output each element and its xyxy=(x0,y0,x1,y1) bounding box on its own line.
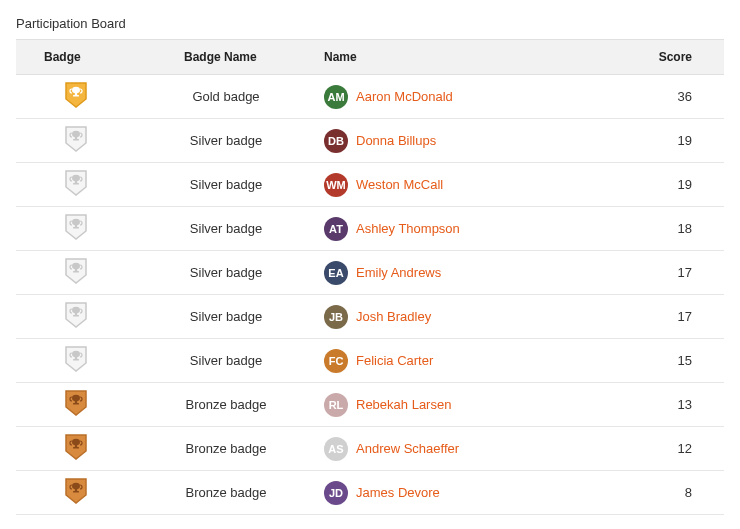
avatar: AM xyxy=(324,85,348,109)
avatar: DB xyxy=(324,129,348,153)
score-cell: 18 xyxy=(604,207,724,251)
badge-name-cell: Silver badge xyxy=(136,163,316,207)
silver-badge-icon xyxy=(64,257,88,288)
table-row: Silver badgeJBJosh Bradley17 xyxy=(16,295,724,339)
name-cell: AMAaron McDonald xyxy=(316,75,604,119)
badge-name-cell: Silver badge xyxy=(136,339,316,383)
badge-cell xyxy=(16,471,136,515)
col-header-badge: Badge xyxy=(16,40,136,75)
participation-table: Badge Badge Name Name Score Gold badgeAM… xyxy=(16,39,724,515)
participant-link[interactable]: Felicia Carter xyxy=(356,353,433,368)
table-row: Gold badgeAMAaron McDonald36 xyxy=(16,75,724,119)
badge-cell xyxy=(16,383,136,427)
participant-link[interactable]: Ashley Thompson xyxy=(356,221,460,236)
gold-badge-icon xyxy=(64,81,88,112)
score-cell: 17 xyxy=(604,295,724,339)
name-cell: JBJosh Bradley xyxy=(316,295,604,339)
participant-link[interactable]: Emily Andrews xyxy=(356,265,441,280)
badge-cell xyxy=(16,251,136,295)
svg-rect-17 xyxy=(73,315,79,317)
badge-name-cell: Bronze badge xyxy=(136,471,316,515)
svg-rect-25 xyxy=(75,444,77,447)
table-row: Bronze badgeASAndrew Schaeffer12 xyxy=(16,427,724,471)
avatar: JD xyxy=(324,481,348,505)
table-row: Bronze badgeJDJames Devore8 xyxy=(16,471,724,515)
score-cell: 36 xyxy=(604,75,724,119)
svg-rect-1 xyxy=(75,92,77,95)
table-row: Bronze badgeRLRebekah Larsen13 xyxy=(16,383,724,427)
badge-cell xyxy=(16,75,136,119)
score-cell: 12 xyxy=(604,427,724,471)
col-header-badge-name: Badge Name xyxy=(136,40,316,75)
name-cell: EAEmily Andrews xyxy=(316,251,604,295)
score-cell: 19 xyxy=(604,119,724,163)
badge-name-cell: Bronze badge xyxy=(136,383,316,427)
badge-cell xyxy=(16,163,136,207)
avatar: AT xyxy=(324,217,348,241)
badge-name-cell: Silver badge xyxy=(136,295,316,339)
name-cell: JDJames Devore xyxy=(316,471,604,515)
table-row: Silver badgeEAEmily Andrews17 xyxy=(16,251,724,295)
badge-cell xyxy=(16,207,136,251)
avatar: RL xyxy=(324,393,348,417)
svg-rect-28 xyxy=(75,488,77,491)
score-cell: 8 xyxy=(604,471,724,515)
name-cell: FCFelicia Carter xyxy=(316,339,604,383)
bronze-badge-icon xyxy=(64,477,88,508)
avatar: EA xyxy=(324,261,348,285)
svg-rect-2 xyxy=(73,95,79,97)
badge-cell xyxy=(16,339,136,383)
participant-link[interactable]: James Devore xyxy=(356,485,440,500)
svg-rect-13 xyxy=(75,268,77,271)
col-header-score: Score xyxy=(604,40,724,75)
badge-cell xyxy=(16,295,136,339)
svg-rect-23 xyxy=(73,403,79,405)
participant-link[interactable]: Weston McCall xyxy=(356,177,443,192)
participant-link[interactable]: Aaron McDonald xyxy=(356,89,453,104)
svg-rect-22 xyxy=(75,400,77,403)
page-title: Participation Board xyxy=(16,16,724,31)
svg-rect-26 xyxy=(73,447,79,449)
table-row: Silver badgeATAshley Thompson18 xyxy=(16,207,724,251)
svg-rect-7 xyxy=(75,180,77,183)
silver-badge-icon xyxy=(64,301,88,332)
bronze-badge-icon xyxy=(64,433,88,464)
badge-name-cell: Silver badge xyxy=(136,119,316,163)
badge-cell xyxy=(16,119,136,163)
svg-rect-5 xyxy=(73,139,79,141)
participant-link[interactable]: Josh Bradley xyxy=(356,309,431,324)
name-cell: ASAndrew Schaeffer xyxy=(316,427,604,471)
name-cell: DBDonna Billups xyxy=(316,119,604,163)
badge-cell xyxy=(16,427,136,471)
svg-rect-10 xyxy=(75,224,77,227)
participant-link[interactable]: Donna Billups xyxy=(356,133,436,148)
silver-badge-icon xyxy=(64,345,88,376)
badge-name-cell: Silver badge xyxy=(136,251,316,295)
badge-name-cell: Silver badge xyxy=(136,207,316,251)
bronze-badge-icon xyxy=(64,389,88,420)
svg-rect-16 xyxy=(75,312,77,315)
silver-badge-icon xyxy=(64,213,88,244)
table-row: Silver badgeFCFelicia Carter15 xyxy=(16,339,724,383)
name-cell: ATAshley Thompson xyxy=(316,207,604,251)
participant-link[interactable]: Rebekah Larsen xyxy=(356,397,451,412)
score-cell: 19 xyxy=(604,163,724,207)
svg-rect-29 xyxy=(73,491,79,493)
name-cell: RLRebekah Larsen xyxy=(316,383,604,427)
score-cell: 13 xyxy=(604,383,724,427)
svg-rect-11 xyxy=(73,227,79,229)
name-cell: WMWeston McCall xyxy=(316,163,604,207)
table-header-row: Badge Badge Name Name Score xyxy=(16,40,724,75)
score-cell: 17 xyxy=(604,251,724,295)
svg-rect-14 xyxy=(73,271,79,273)
silver-badge-icon xyxy=(64,125,88,156)
table-row: Silver badgeWMWeston McCall19 xyxy=(16,163,724,207)
participant-link[interactable]: Andrew Schaeffer xyxy=(356,441,459,456)
badge-name-cell: Gold badge xyxy=(136,75,316,119)
avatar: JB xyxy=(324,305,348,329)
avatar: FC xyxy=(324,349,348,373)
svg-rect-8 xyxy=(73,183,79,185)
table-row: Silver badgeDBDonna Billups19 xyxy=(16,119,724,163)
silver-badge-icon xyxy=(64,169,88,200)
svg-rect-4 xyxy=(75,136,77,139)
